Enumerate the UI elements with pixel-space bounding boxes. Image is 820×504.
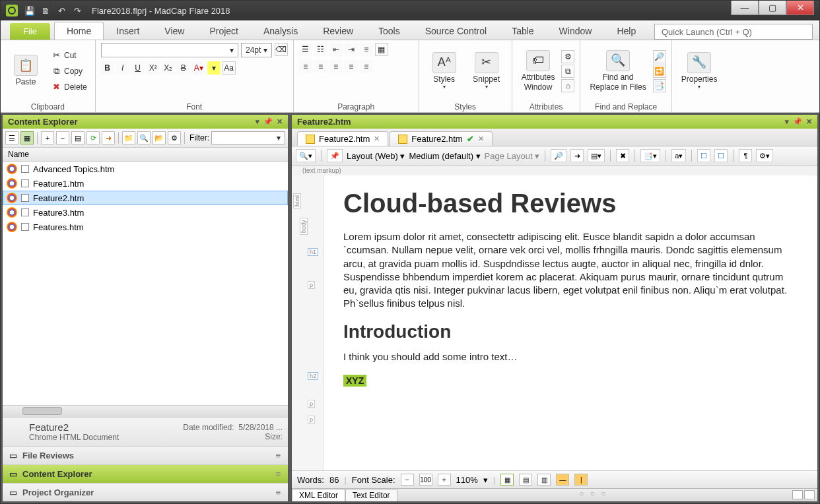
panel-pin-icon[interactable]: 📌 [263, 117, 273, 126]
number-list-button[interactable]: ☷ [314, 43, 327, 56]
ed-btn9[interactable]: ⚙▾ [756, 149, 773, 162]
ed-btn6[interactable]: a▾ [671, 149, 686, 162]
doc-p2[interactable]: I think you should add some intro text… [343, 350, 798, 363]
superscript-button[interactable]: X² [147, 61, 160, 75]
ed-panel-close-icon[interactable]: ✕ [806, 117, 812, 126]
file-checkbox[interactable] [21, 194, 29, 202]
tree-view-button[interactable]: ☰ [5, 131, 18, 144]
ed-btn3[interactable]: ▤▾ [588, 149, 605, 162]
clear-formatting-button[interactable]: ⌫ [275, 43, 288, 56]
borders-button[interactable]: ▦ [375, 43, 388, 56]
align-justify-button[interactable]: ≡ [345, 60, 358, 73]
split-h-button[interactable] [792, 490, 803, 499]
find-btn1[interactable]: 🔎 [653, 50, 666, 63]
accordion-project-organizer[interactable]: ▭Project Organizer≡ [3, 483, 288, 501]
ribbon-tab-view[interactable]: View [152, 22, 197, 40]
list-view-button[interactable]: ▦ [20, 131, 34, 144]
attributes-window-button[interactable]: 🏷Attributes Window [518, 49, 559, 93]
font-size-combo[interactable]: 24pt ▾ [241, 43, 272, 57]
doc-h1[interactable]: Cloud-based Reviews [343, 189, 798, 218]
align-default-button[interactable]: ≡ [360, 60, 373, 73]
ribbon-tab-help[interactable]: Help [604, 22, 648, 40]
find-btn2[interactable]: 🔁 [653, 65, 666, 78]
ed-pin-icon[interactable]: 📌 [327, 149, 343, 162]
view-btn2[interactable]: ▤ [519, 474, 532, 486]
accordion-file-reviews[interactable]: ▭File Reviews≡ [3, 446, 288, 464]
minimize-button[interactable]: — [731, 1, 759, 15]
align-right-button[interactable]: ≡ [329, 60, 343, 73]
file-row[interactable]: Features.htm [3, 220, 288, 234]
ribbon-tab-insert[interactable]: Insert [104, 22, 152, 40]
ribbon-tab-analysis[interactable]: Analysis [251, 22, 310, 40]
file-menu[interactable]: File [10, 23, 50, 40]
ruler-h-button[interactable]: ― [556, 474, 569, 486]
attr-btn3[interactable]: ⌂ [561, 79, 574, 92]
highlight-button[interactable]: ▾ [207, 61, 221, 75]
ruler-v-button[interactable]: | [574, 474, 588, 486]
html-tag[interactable]: html [293, 193, 301, 208]
ed-pilcrow-button[interactable]: ¶ [739, 149, 752, 162]
properties2-button[interactable]: ⚙ [168, 131, 181, 144]
ed-btn7[interactable]: ☐ [697, 149, 710, 162]
ribbon-tab-source-control[interactable]: Source Control [413, 22, 499, 40]
file-row[interactable]: Feature3.htm [3, 205, 288, 220]
file-checkbox[interactable] [21, 179, 29, 187]
h-scrollbar[interactable] [3, 405, 288, 417]
scale-100-button[interactable]: 100 [419, 474, 432, 486]
open-button[interactable]: 📂 [153, 131, 166, 144]
p-tag[interactable]: p [308, 281, 315, 289]
file-row[interactable]: Feature2.htm [3, 191, 288, 205]
doc-h2[interactable]: Introduction [343, 321, 798, 342]
ribbon-tab-table[interactable]: Table [499, 22, 546, 40]
h1-tag[interactable]: h1 [308, 248, 318, 256]
text-editor-tab[interactable]: Text Editor [345, 489, 397, 501]
h2-tag[interactable]: h2 [308, 372, 318, 380]
xml-editor-tab[interactable]: XML Editor [292, 489, 345, 501]
page-layout-dropdown[interactable]: Page Layout ▾ [485, 151, 540, 161]
annotation-xyz[interactable]: XYZ [343, 375, 366, 387]
document-tab[interactable]: Feature2.htm✕ [297, 131, 388, 146]
layout-dropdown[interactable]: Layout (Web) ▾ [347, 151, 405, 161]
italic-button[interactable]: I [116, 61, 129, 75]
show-files-button[interactable]: ▤ [71, 131, 85, 144]
scale-plus-button[interactable]: + [438, 474, 451, 486]
outdent-button[interactable]: ⇤ [329, 43, 343, 56]
file-checkbox[interactable] [21, 165, 29, 173]
file-checkbox[interactable] [21, 223, 29, 231]
styles-button[interactable]: AᴬStyles▾ [425, 51, 464, 92]
filter-combo[interactable]: ▾ [211, 131, 285, 144]
find-replace-button[interactable]: 🔍Find and Replace in Files [586, 49, 650, 93]
new-folder-button[interactable]: 📁 [122, 131, 135, 144]
indent-button[interactable]: ⇥ [345, 43, 358, 56]
ribbon-tab-tools[interactable]: Tools [366, 22, 413, 40]
file-row[interactable]: Feature1.htm [3, 176, 288, 191]
properties-button[interactable]: 🔧Properties▾ [677, 51, 722, 92]
p2-tag[interactable]: p [308, 400, 315, 408]
bullet-list-button[interactable]: ☰ [299, 43, 312, 56]
case-button[interactable]: Aa [222, 61, 236, 75]
ed-btn4[interactable]: ✖ [616, 149, 629, 162]
document-content[interactable]: Cloud-based Reviews Lorem ipsum dolor ri… [324, 175, 817, 470]
snippet-button[interactable]: ✂Snippet▾ [467, 51, 506, 92]
structure-gutter[interactable]: html body h1 p h2 p p [292, 175, 324, 470]
ribbon-tab-home[interactable]: Home [54, 22, 104, 40]
accordion-content-explorer[interactable]: ▭Content Explorer≡ [3, 464, 288, 483]
body-tag[interactable]: body [300, 218, 308, 235]
ed-zoom-icon[interactable]: 🔍▾ [296, 149, 316, 162]
ed-btn2[interactable]: ➜ [570, 149, 584, 162]
attr-btn1[interactable]: ⚙ [561, 50, 574, 63]
align-left-button[interactable]: ≡ [299, 60, 312, 73]
name-column-header[interactable]: Name [3, 148, 288, 162]
tab-close-icon[interactable]: ✕ [478, 135, 484, 143]
quick-launch-input[interactable]: Quick Launch (Ctrl + Q) [654, 24, 813, 40]
maximize-button[interactable]: ▢ [759, 1, 786, 15]
find-file-button[interactable]: 🔍 [137, 131, 151, 144]
ribbon-tab-window[interactable]: Window [547, 22, 605, 40]
align-center-button[interactable]: ≡ [314, 60, 327, 73]
font-family-combo[interactable]: ▾ [101, 43, 238, 57]
view-btn1[interactable]: ▦ [500, 474, 514, 486]
underline-button[interactable]: U [131, 61, 145, 75]
cut-button[interactable]: ✂Cut [48, 48, 90, 63]
delete-button[interactable]: ✖Delete [48, 80, 90, 94]
ed-btn5[interactable]: 📑▾ [640, 149, 660, 162]
